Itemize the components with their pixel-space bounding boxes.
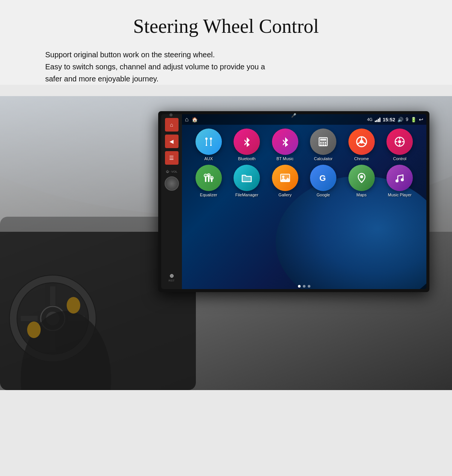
app-label-chrome: Chrome — [354, 156, 369, 161]
svg-point-51 — [396, 179, 399, 182]
app-circle-google: G — [310, 165, 336, 191]
vol-knob[interactable] — [165, 176, 179, 191]
svg-rect-18 — [211, 139, 211, 145]
vol-label: ⏻ · VOL — [166, 170, 177, 173]
svg-line-33 — [363, 142, 366, 144]
svg-point-28 — [325, 144, 326, 146]
app-circle-calculator — [310, 129, 336, 155]
page-dot-2[interactable] — [308, 285, 310, 288]
app-icon-chrome[interactable]: Chrome — [345, 129, 379, 161]
app-row-1: AUX Bluetooth BT Music Calculator Chrome… — [189, 129, 419, 161]
app-label-filemanager: FileManager — [235, 193, 258, 197]
app-grid: AUX Bluetooth BT Music Calculator Chrome… — [182, 125, 426, 283]
svg-point-48 — [282, 176, 284, 178]
app-icon-btmusic[interactable]: BT Music — [268, 129, 302, 161]
svg-rect-41 — [205, 175, 206, 176]
app-label-gallery: Gallery — [278, 193, 292, 197]
svg-rect-19 — [206, 145, 207, 146]
app-circle-btmusic — [272, 129, 298, 155]
app-icon-bluetooth[interactable]: Bluetooth — [230, 129, 264, 161]
app-icon-gallery[interactable]: Gallery — [268, 165, 302, 197]
menu-button[interactable]: ☰ — [165, 151, 179, 165]
app-label-equalizer: Equalizer — [200, 193, 217, 197]
app-circle-chrome — [348, 129, 375, 155]
app-circle-filemanager — [234, 165, 260, 191]
svg-point-30 — [360, 140, 363, 144]
volume-icon: 🔊 — [397, 117, 403, 122]
app-circle-control — [386, 129, 413, 155]
home-button[interactable]: ⌂ — [165, 118, 179, 132]
svg-rect-22 — [320, 139, 326, 141]
app-label-btmusic: BT Music — [276, 156, 294, 161]
back-nav-icon[interactable]: ↩ — [419, 116, 423, 122]
app-label-maps: Maps — [356, 193, 366, 197]
svg-text:G: G — [319, 173, 326, 183]
signal-bar-2 — [376, 120, 377, 122]
rst-label: RST — [169, 279, 175, 282]
svg-rect-20 — [210, 145, 212, 146]
svg-point-25 — [325, 142, 326, 144]
description-text: Support original button work on the stee… — [45, 49, 429, 85]
app-circle-aux — [195, 129, 222, 155]
app-icon-google[interactable]: G Google — [306, 165, 340, 197]
description-line2: Easy to switch songs, channel and adjust… — [45, 63, 265, 71]
rst-dot[interactable] — [170, 274, 174, 278]
svg-point-14 — [67, 297, 80, 314]
app-icon-filemanager[interactable]: FileManager — [230, 165, 264, 197]
app-circle-musicplayer — [386, 165, 413, 191]
page-dot-1[interactable] — [303, 285, 305, 288]
app-label-calculator: Calculator — [314, 156, 333, 161]
signal-bar-1 — [375, 121, 376, 122]
head-unit: 🎤 ⌂ ◀ ☰ ⏻ · VOL RST ⌂ — [158, 111, 429, 292]
svg-point-52 — [401, 178, 404, 181]
app-icon-equalizer[interactable]: Equalizer — [192, 165, 226, 197]
app-icon-musicplayer[interactable]: Music Player — [383, 165, 417, 197]
app-icon-aux[interactable]: AUX — [192, 129, 226, 161]
svg-point-13 — [27, 321, 41, 338]
main-screen: ⌂ 🏠 4G 15:52 🔊 9 🔋 — [182, 114, 426, 289]
mic-icon: 🎤 — [291, 113, 296, 118]
svg-point-26 — [320, 144, 322, 146]
top-section: Steering Wheel Control Support original … — [0, 0, 452, 85]
svg-rect-43 — [208, 174, 209, 182]
status-right: 4G 15:52 🔊 9 🔋 ↩ — [367, 116, 423, 122]
app-icon-calculator[interactable]: Calculator — [306, 129, 340, 161]
home-icon: ⌂ — [185, 116, 189, 123]
battery-icon: 🔋 — [411, 117, 417, 122]
signal-bar-4 — [379, 118, 380, 122]
car-section: 🎤 ⌂ ◀ ☰ ⏻ · VOL RST ⌂ — [0, 96, 452, 390]
app-icon-maps[interactable]: Maps — [345, 165, 379, 197]
description-line3: safer and more enjoyable journey. — [45, 75, 159, 83]
page-dot-0[interactable] — [298, 285, 301, 288]
svg-point-27 — [322, 144, 324, 146]
app-circle-gallery — [272, 165, 298, 191]
signal-bars — [375, 117, 380, 122]
app-label-aux: AUX — [204, 156, 213, 161]
camera-dot — [170, 113, 173, 116]
svg-point-50 — [360, 175, 363, 178]
svg-point-35 — [398, 140, 401, 143]
app-label-control: Control — [393, 156, 406, 161]
signal-bar-3 — [378, 119, 379, 122]
svg-line-32 — [357, 142, 360, 144]
house-icon: 🏠 — [192, 117, 198, 122]
dots-indicator — [182, 283, 426, 289]
description-line1: Support original button work on the stee… — [45, 51, 215, 59]
svg-point-24 — [322, 142, 324, 144]
app-circle-bluetooth — [234, 129, 260, 155]
time-display: 15:52 — [383, 117, 395, 122]
app-circle-maps — [348, 165, 375, 191]
svg-rect-17 — [206, 139, 207, 145]
app-circle-equalizer — [195, 165, 222, 191]
app-label-bluetooth: Bluetooth — [238, 156, 255, 161]
app-icon-control[interactable]: Control — [383, 129, 417, 161]
status-bar: ⌂ 🏠 4G 15:52 🔊 9 🔋 — [182, 114, 426, 125]
svg-point-23 — [320, 142, 322, 144]
back-button[interactable]: ◀ — [165, 135, 179, 148]
app-label-musicplayer: Music Player — [388, 193, 412, 197]
page-title: Steering Wheel Control — [23, 15, 429, 37]
head-unit-body: ⌂ ◀ ☰ ⏻ · VOL RST ⌂ 🏠 4 — [161, 114, 426, 289]
left-panel: ⌂ ◀ ☰ ⏻ · VOL RST — [161, 114, 182, 289]
app-label-google: Google — [317, 193, 330, 197]
battery-level: 9 — [406, 117, 408, 122]
